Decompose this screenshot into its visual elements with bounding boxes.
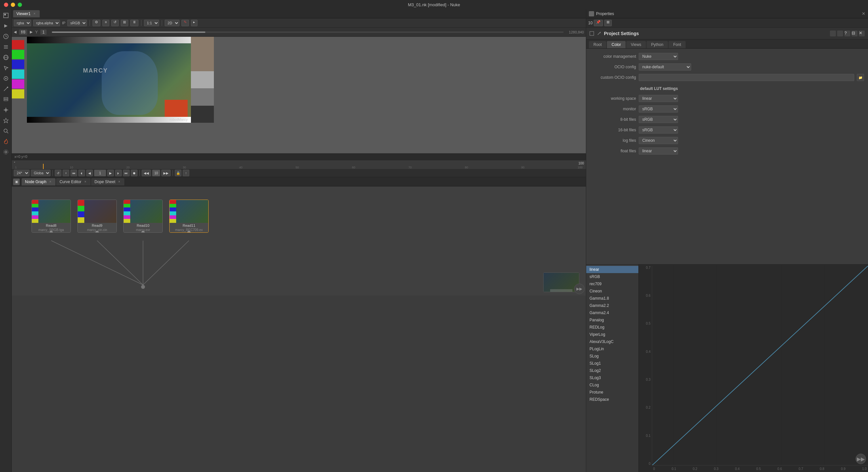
rgba-channel-select[interactable]: rgba — [14, 20, 31, 26]
props-close[interactable]: ✕ — [862, 11, 865, 16]
toolbar-arrow-icon[interactable] — [1, 21, 11, 31]
dope-sheet-tab[interactable]: Dope Sheet × — [91, 178, 124, 185]
loop-btn[interactable]: ↺ — [55, 170, 61, 176]
prev-frame-btn[interactable]: ◀ — [14, 30, 17, 34]
float-files-select[interactable]: linear — [639, 147, 678, 155]
monitor-select[interactable]: sRGB — [639, 106, 678, 113]
toolbar-palette-icon[interactable] — [1, 73, 11, 83]
first-frame-btn[interactable]: ⏮ — [70, 170, 77, 176]
working-space-select[interactable]: linear — [639, 95, 678, 102]
tab-font[interactable]: Font — [669, 41, 686, 48]
cs-SLog2[interactable]: SLog2 — [586, 367, 639, 374]
timeline-ruler[interactable]: 1 1 10 20 30 40 50 60 — [12, 160, 586, 169]
node9-connector[interactable] — [95, 231, 99, 233]
viewer1-tab[interactable]: Viewer1 × — [13, 10, 40, 18]
toolbar-fire-icon[interactable] — [1, 137, 11, 146]
cs-Panalog[interactable]: Panalog — [586, 317, 639, 324]
toolbar-search-icon[interactable] — [1, 126, 11, 136]
cs-AlexaV3LogC[interactable]: AlexaV3LogC — [586, 338, 639, 345]
node-read10[interactable]: Read10 marcy.exr — [123, 200, 163, 233]
ocio-config-select[interactable]: nuke-default — [639, 63, 691, 70]
last-frame-btn[interactable]: ⏭ — [123, 170, 130, 176]
ps-back-btn[interactable] — [830, 31, 836, 36]
node-graph-tab[interactable]: Node Graph × — [22, 178, 56, 185]
pin-btn[interactable]: 📌 — [594, 20, 603, 26]
playback-mode-select[interactable]: Global — [31, 170, 51, 176]
dope-sheet-close[interactable]: × — [117, 180, 121, 184]
node-read8[interactable]: Read8 marcy_SRGB.tga — [31, 200, 71, 233]
toolbar-wand-icon[interactable] — [1, 84, 11, 94]
cs-sRGB[interactable]: sRGB — [586, 273, 639, 280]
maximize-button[interactable] — [18, 3, 22, 7]
scroll-to-end-btn[interactable]: ▶▶ — [574, 284, 585, 294]
skip-fwd-btn[interactable]: ▶▶ — [161, 170, 170, 176]
fps-select[interactable]: 24* — [14, 170, 30, 176]
ps-help-btn[interactable]: ? — [844, 31, 850, 36]
settings-btn[interactable]: ⚙ — [93, 20, 100, 26]
toolbar-clock-icon[interactable] — [1, 31, 11, 41]
color-management-select[interactable]: Nuke — [639, 53, 678, 60]
toolbar-effects-icon[interactable] — [1, 116, 11, 125]
color-pick-btn[interactable]: ✎ — [181, 20, 189, 26]
node11-connector[interactable] — [187, 231, 191, 233]
toolbar-globe-icon[interactable] — [1, 53, 11, 62]
custom-ocio-browse-btn[interactable]: 📁 — [857, 74, 864, 81]
ng-panel-icon[interactable]: ▣ — [13, 179, 20, 185]
play-fwd-btn[interactable]: ▶ — [107, 170, 114, 176]
pause-btn[interactable]: ⏸ — [130, 20, 138, 26]
curve-editor-close[interactable]: × — [83, 180, 87, 184]
next-frame-btn[interactable]: ▶ — [30, 30, 32, 34]
cs-SLog[interactable]: SLog — [586, 353, 639, 360]
cs-Gamma22[interactable]: Gamma2.2 — [586, 302, 639, 309]
close-button[interactable] — [4, 3, 8, 7]
node10-connector[interactable] — [142, 231, 145, 233]
tab-python[interactable]: Python — [647, 41, 668, 48]
node-read11[interactable]: Read11 marcy_REC709.ex — [169, 200, 209, 233]
node8-connector[interactable] — [50, 231, 53, 233]
8bit-select[interactable]: sRGB — [639, 116, 678, 123]
view-mode-select[interactable]: 2D — [165, 20, 180, 26]
cs-CLLog[interactable]: CLog — [586, 381, 639, 389]
16bit-select[interactable]: sRGB — [639, 126, 678, 134]
cs-ViperLog[interactable]: ViperLog — [586, 331, 639, 338]
channels-btn[interactable]: ≡ — [102, 20, 109, 26]
cs-Gamma24[interactable]: Gamma2.4 — [586, 309, 639, 317]
cs-REDLog[interactable]: REDLog — [586, 324, 639, 331]
viewer-canvas[interactable]: MARCY robotMarcy — [12, 37, 586, 153]
custom-ocio-input[interactable] — [639, 74, 854, 81]
toolbar-stack-icon[interactable] — [1, 94, 11, 105]
toolbar-cursor-icon[interactable] — [1, 63, 11, 73]
export-btn[interactable]: ↑ — [183, 170, 189, 176]
minimize-button[interactable] — [11, 3, 15, 7]
chart-scroll-btn[interactable]: ▶▶ — [856, 453, 866, 464]
cs-Gamma18[interactable]: Gamma1.8 — [586, 295, 639, 302]
toolbar-viewer-icon[interactable] — [1, 10, 11, 20]
skip-back-btn[interactable]: ◀◀ — [142, 170, 151, 176]
tab-color[interactable]: Color — [607, 41, 626, 48]
ps-close-btn[interactable]: ✕ — [859, 31, 865, 36]
window-controls[interactable] — [4, 3, 22, 7]
play-back-btn[interactable]: ◀ — [86, 170, 93, 176]
cs-REDSpace[interactable]: REDSpace — [586, 396, 639, 403]
clear-btn[interactable]: ⊠ — [604, 20, 612, 26]
cs-Cineon[interactable]: Cineon — [586, 288, 639, 295]
alpha-channel-select[interactable]: rgba.alpha — [33, 20, 60, 26]
tab-root[interactable]: Root — [589, 41, 606, 48]
ps-float-btn[interactable]: ⊟ — [851, 31, 858, 36]
node-graph-close[interactable]: × — [48, 180, 52, 184]
refresh-btn[interactable]: ↺ — [111, 20, 119, 26]
viewer1-tab-close[interactable]: × — [32, 12, 36, 16]
crop-btn[interactable]: ⊞ — [121, 20, 128, 26]
current-frame-display[interactable]: 1 — [94, 170, 106, 176]
log-files-select[interactable]: Cineon — [639, 137, 678, 144]
curve-editor-tab[interactable]: Curve Editor × — [56, 178, 91, 185]
more-btn[interactable]: ▸ — [191, 20, 197, 26]
cs-SLog3[interactable]: SLog3 — [586, 374, 639, 381]
cs-linear[interactable]: linear — [586, 266, 639, 273]
prev-frame-btn2[interactable]: ⏴ — [79, 170, 85, 176]
node-graph-canvas[interactable]: Read8 marcy_SRGB.tga Read9 — [12, 186, 586, 295]
toolbar-list-icon[interactable] — [1, 42, 11, 52]
ps-fwd-btn[interactable] — [837, 31, 843, 36]
cs-SLog1[interactable]: SLog1 — [586, 360, 639, 367]
node-read9[interactable]: Read9 marcy_cin.cin — [78, 200, 117, 233]
